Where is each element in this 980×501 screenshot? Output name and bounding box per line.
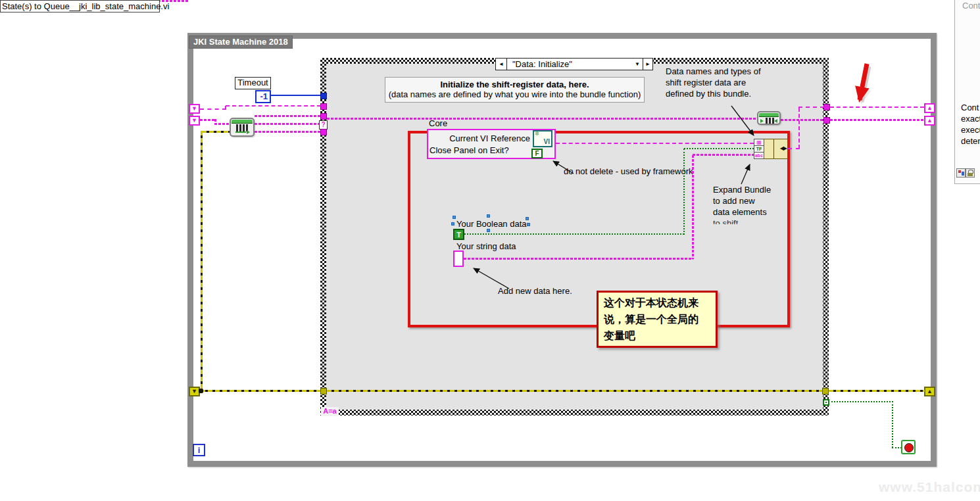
wire-queue-ref-c[interactable] — [214, 123, 230, 125]
case-prev-button[interactable]: ◄ — [496, 59, 507, 70]
wire-detail-icon2 — [962, 172, 964, 176]
timeout-constant[interactable]: -1 — [255, 90, 271, 103]
context-help-text: Cont exact execu deter — [961, 102, 980, 147]
shift-register-up-icon: ▲ — [927, 118, 933, 124]
wire-timeout[interactable] — [271, 95, 321, 96]
loop-condition-terminal[interactable] — [901, 440, 916, 454]
dequeue-element-icon[interactable] — [230, 118, 255, 137]
wire-boolean-h2[interactable] — [684, 148, 754, 149]
wire-bundle-out-b[interactable] — [798, 108, 800, 149]
wire-error-to-dequeue[interactable] — [202, 131, 230, 133]
wire-continue-b[interactable] — [892, 401, 893, 448]
wire-queue-ref-inside2[interactable] — [781, 119, 823, 121]
wire-bundle-out-c[interactable] — [798, 107, 824, 108]
timeout-label-box[interactable]: Timeout — [235, 77, 271, 89]
case-next-button[interactable]: ► — [643, 59, 652, 70]
vi-reference-icon[interactable]: ✲ VI — [533, 130, 552, 147]
bundle-output-icon: ◀▶ — [780, 145, 787, 151]
do-not-delete-note: do not delete - used by framework — [564, 166, 693, 176]
false-constant[interactable]: F — [531, 149, 543, 158]
queue-arrow-left-icon — [760, 119, 764, 123]
wire-state-queue-c[interactable] — [226, 105, 321, 107]
question-mark-icon: ? — [321, 121, 325, 128]
wire-error-inside[interactable] — [327, 390, 822, 392]
cluster-type-icon: ▦ — [756, 139, 762, 145]
context-help-button[interactable] — [956, 168, 966, 178]
case-selector-terminal[interactable]: ? — [319, 120, 328, 130]
wire-continue-c[interactable] — [892, 447, 902, 448]
wire-error-right[interactable] — [829, 390, 925, 392]
queue-icon-top — [232, 120, 253, 124]
queue-vi-label-box[interactable]: State(s) to Queue__jki_lib_state_machine… — [0, 0, 160, 12]
wire-boolean-v[interactable] — [683, 149, 685, 235]
case-selector-header: ◄ "Data: Initialize" ▼ ► — [495, 58, 653, 70]
wire-error-vertical[interactable] — [201, 131, 203, 391]
dropdown-arrow-icon: ▼ — [635, 61, 640, 67]
context-help-panel: Cont Cont exact execu deter — [954, 0, 980, 184]
true-constant[interactable]: T — [453, 229, 464, 240]
queue-arrow-icon — [235, 131, 246, 133]
timeout-label: Timeout — [237, 78, 268, 87]
shift-register-right-2[interactable]: ▲ — [924, 116, 935, 126]
queue-vi-label: State(s) to Queue__jki_lib_state_machine… — [2, 1, 169, 11]
boolean-type-icon: TF — [756, 147, 762, 151]
queue-icon-top — [759, 113, 779, 117]
shift-register-left-1[interactable]: ▼ — [189, 104, 200, 114]
wire-dequeue-out-bottom[interactable] — [255, 131, 321, 133]
bundle-string-cell[interactable]: abc — [754, 152, 764, 159]
wire-data-out[interactable] — [830, 107, 924, 108]
init-comment-sub: (data names are defined by what you wire… — [385, 89, 644, 99]
watermark: www.51halcon.com — [879, 479, 980, 495]
prev-arrow-icon: ◄ — [499, 61, 504, 67]
block-diagram: State(s) to Queue__jki_lib_state_machine… — [0, 0, 980, 501]
case-match-label: A=a — [321, 407, 339, 416]
init-comment-title: Initialize the shift-register data, here… — [385, 80, 644, 89]
selection-handle — [527, 223, 530, 226]
shift-register-down-icon: ▼ — [191, 389, 197, 394]
selection-handle — [453, 216, 456, 219]
wire-dequeue-out-top[interactable] — [255, 115, 321, 117]
current-vi-ref-label: Current VI Reference — [434, 133, 530, 143]
tunnel-queue-ref[interactable] — [320, 113, 327, 120]
string-constant[interactable] — [453, 251, 464, 267]
bundle-body[interactable]: ◀▶ — [764, 139, 788, 159]
shift-register-right-error[interactable]: ▲ — [924, 387, 935, 396]
init-comment-box: Initialize the shift-register data, here… — [385, 77, 645, 103]
shift-register-left-2[interactable]: ▼ — [189, 116, 200, 126]
tunnel-timeout[interactable] — [320, 93, 327, 99]
wire-string-h2[interactable] — [693, 154, 754, 156]
queue-status-icon[interactable] — [757, 111, 781, 125]
selection-handle — [487, 229, 490, 232]
shift-register-right-1[interactable]: ▲ — [924, 103, 935, 113]
tunnel-error-left[interactable] — [320, 388, 327, 394]
wire-detail-icon — [958, 170, 961, 173]
wire-core-cluster[interactable] — [556, 143, 754, 144]
tunnel-states[interactable] — [320, 103, 327, 110]
wire-dequeue-out-selector[interactable] — [255, 123, 320, 125]
wire-continue-a[interactable] — [828, 401, 893, 402]
shift-register-down-icon: ▼ — [191, 118, 197, 124]
tunnel-data[interactable] — [320, 129, 327, 135]
wire-error-bottom-left[interactable] — [201, 390, 321, 392]
case-selector-label[interactable]: "Data: Initialize" — [507, 59, 632, 70]
tunnel-continue[interactable] — [823, 399, 829, 406]
your-string-label[interactable]: Your string data — [456, 241, 516, 251]
wire-boolean-h[interactable] — [464, 233, 684, 235]
context-help-lock-button[interactable] — [966, 168, 975, 178]
vi-ref-deco-icon: ✲ — [535, 131, 539, 137]
tunnel-error-right[interactable] — [822, 388, 829, 394]
wire-string-h[interactable] — [464, 258, 693, 260]
tunnel-queue-ref-out[interactable] — [823, 117, 830, 124]
wire-state-queue-a[interactable] — [200, 108, 226, 110]
case-dropdown-button[interactable]: ▼ — [632, 59, 643, 70]
string-type-icon: abc — [755, 153, 763, 158]
wire-queue-ref-inside[interactable] — [327, 118, 757, 120]
selection-handle — [451, 222, 454, 226]
wire-string-v[interactable] — [692, 155, 694, 259]
wire-queue-ref-out[interactable] — [830, 119, 924, 121]
queue-bars-icon — [766, 118, 774, 124]
your-boolean-label[interactable]: Your Boolean data — [456, 219, 527, 229]
chinese-callout: 这个对于本状态机来 说，算是一个全局的 变量吧 — [597, 291, 718, 348]
tunnel-bundle-out[interactable] — [823, 104, 830, 110]
iteration-terminal[interactable]: i — [193, 444, 205, 456]
